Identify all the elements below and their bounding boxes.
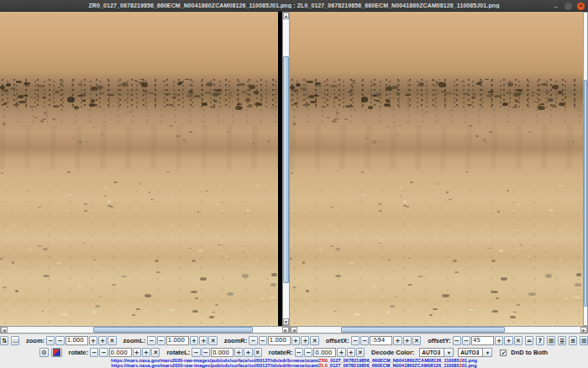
rotateL-reset-button[interactable]: ✕ bbox=[254, 348, 262, 357]
dnd-to-both-checkbox[interactable]: ✓ bbox=[500, 350, 507, 356]
zoomR-decrease-fast-button[interactable]: − bbox=[249, 336, 257, 345]
offsetY-reset-button[interactable]: ✕ bbox=[514, 336, 522, 345]
rotateL-decrease-button[interactable]: − bbox=[202, 348, 210, 357]
offsetY-label: offsetY: bbox=[428, 337, 450, 344]
rotate-decrease-button[interactable]: − bbox=[99, 348, 108, 357]
mars-terrain-image-left bbox=[0, 12, 278, 326]
rotate-decrease-fast-button[interactable]: − bbox=[90, 348, 98, 357]
rotateR-decrease-fast-button[interactable]: − bbox=[295, 348, 303, 357]
close-button[interactable]: ✕ bbox=[577, 3, 585, 10]
zoomR-decrease-button[interactable]: − bbox=[259, 336, 267, 345]
zoom-input[interactable] bbox=[66, 336, 88, 345]
zoomL-control-group: zoomL: − − + + ✕ bbox=[119, 336, 218, 345]
zoomL-increase-button[interactable]: + bbox=[190, 336, 198, 345]
rotateL-increase-fast-button[interactable]: + bbox=[244, 348, 252, 357]
left-image-panel[interactable] bbox=[0, 12, 278, 326]
zoom-label: zoom: bbox=[26, 337, 45, 344]
window-title: ZR0_0127_0678219856_660ECM_N0041860ZCAM0… bbox=[0, 3, 588, 8]
layout-rows-button[interactable]: ≣ bbox=[558, 336, 566, 345]
right-hscroll-thumb[interactable] bbox=[341, 327, 505, 333]
offsetY-input[interactable] bbox=[471, 336, 494, 345]
scroll-left-icon[interactable]: ◄ bbox=[291, 327, 297, 333]
maximize-button[interactable] bbox=[564, 3, 572, 10]
zoomL-decrease-fast-button[interactable]: − bbox=[147, 336, 155, 345]
offsetX-increase-fast-button[interactable]: + bbox=[403, 336, 412, 345]
fit-view-button[interactable]: ▭ bbox=[11, 336, 19, 345]
rotate-input[interactable] bbox=[109, 348, 132, 357]
rotateR-reset-button[interactable]: ✕ bbox=[356, 348, 365, 357]
stereo-viewer: ▲ ▼ ◄ ► ◄ ► bbox=[0, 12, 588, 334]
swap-views-button[interactable]: ⇅ bbox=[0, 336, 8, 345]
rotateR-input[interactable] bbox=[313, 348, 336, 357]
rotateR-increase-button[interactable]: + bbox=[337, 348, 345, 357]
zoom-increase-fast-button[interactable]: + bbox=[98, 336, 107, 345]
right-vscroll-thumb[interactable] bbox=[584, 80, 587, 307]
decode-color-left-select[interactable]: AUTO3 ▼ bbox=[419, 348, 454, 357]
offsetX-reset-button[interactable]: ✕ bbox=[412, 336, 421, 345]
filename-highlight: ZL0 bbox=[319, 363, 328, 368]
scroll-down-icon[interactable]: ▼ bbox=[283, 318, 289, 325]
scroll-left-icon[interactable]: ◄ bbox=[1, 327, 8, 333]
offsetX-decrease-button[interactable]: − bbox=[360, 336, 369, 345]
offsetY-decrease-button[interactable]: − bbox=[462, 336, 470, 345]
right-image-panel[interactable] bbox=[290, 12, 583, 326]
rotateL-increase-button[interactable]: + bbox=[234, 348, 243, 357]
rotate-control-group: rotate: − − + + ✕ bbox=[65, 348, 160, 357]
scroll-right-icon[interactable]: ► bbox=[580, 327, 587, 333]
zoom-reset-button[interactable]: ✕ bbox=[108, 336, 116, 345]
zoom-decrease-fast-button[interactable]: − bbox=[46, 336, 55, 345]
offsetY-increase-button[interactable]: + bbox=[495, 336, 503, 345]
left-vertical-scrollbar[interactable]: ▲ ▼ bbox=[282, 12, 290, 326]
decode-color-label: Decode Color: bbox=[371, 349, 414, 356]
zoom-control-group: zoom: − − + + ✕ bbox=[22, 336, 117, 345]
zoom-increase-button[interactable]: + bbox=[89, 336, 97, 345]
rotateR-control-group: rotateR: − − + + ✕ bbox=[265, 348, 365, 357]
offsetY-decrease-fast-button[interactable]: − bbox=[453, 336, 461, 345]
left-horizontal-scrollbar[interactable]: ◄ ► bbox=[0, 326, 290, 334]
right-vertical-scrollbar[interactable] bbox=[583, 12, 588, 326]
offsetY-control-group: offsetY: − − + + ✕ bbox=[423, 336, 522, 345]
decode-color-right-value: AUTO3 bbox=[458, 348, 483, 357]
zoomL-reset-button[interactable]: ✕ bbox=[208, 336, 217, 345]
link-left-eye-url[interactable]: https://mars.nasa.gov/mars2020-raw-image… bbox=[111, 364, 476, 368]
left-vscroll-thumb[interactable] bbox=[283, 56, 289, 283]
offsetX-increase-button[interactable]: + bbox=[393, 336, 402, 345]
color-mode-icon[interactable] bbox=[51, 348, 62, 357]
scroll-up-icon[interactable]: ▲ bbox=[283, 13, 289, 19]
rotate-increase-button[interactable]: + bbox=[133, 348, 141, 357]
offsetX-input[interactable] bbox=[370, 336, 392, 345]
source-links: https://mars.nasa.gov/mars2020-raw-image… bbox=[0, 359, 588, 368]
zoomR-increase-fast-button[interactable]: + bbox=[301, 336, 309, 345]
rotate-reset-button[interactable]: ✕ bbox=[151, 348, 160, 357]
layout-list-button[interactable]: ≡ bbox=[569, 336, 577, 345]
zoomR-input[interactable] bbox=[268, 336, 291, 345]
rotateR-decrease-button[interactable]: − bbox=[304, 348, 312, 357]
zoomR-increase-button[interactable]: + bbox=[291, 336, 300, 345]
left-hscroll-thumb[interactable] bbox=[93, 327, 253, 333]
decode-color-right-select[interactable]: AUTO3 ▼ bbox=[458, 348, 492, 357]
chevron-down-icon[interactable]: ▼ bbox=[483, 348, 492, 357]
help-button[interactable]: ? bbox=[536, 336, 544, 345]
zoomL-decrease-button[interactable]: − bbox=[157, 336, 165, 345]
mars-terrain-image-right bbox=[290, 12, 583, 326]
offsetY-increase-fast-button[interactable]: + bbox=[504, 336, 512, 345]
dnd-to-both-label: DnD to Both bbox=[511, 349, 548, 356]
scroll-right-icon[interactable]: ► bbox=[282, 327, 289, 333]
minimize-button[interactable]: – bbox=[552, 3, 559, 10]
zoomL-increase-fast-button[interactable]: + bbox=[199, 336, 207, 345]
zoomR-reset-button[interactable]: ✕ bbox=[310, 336, 318, 345]
align-button[interactable]: = bbox=[525, 336, 533, 345]
chevron-down-icon[interactable]: ▼ bbox=[444, 348, 454, 357]
rotateR-increase-fast-button[interactable]: + bbox=[347, 348, 355, 357]
layout-grid-button[interactable]: ⊞ bbox=[547, 336, 555, 345]
rotateL-decrease-fast-button[interactable]: − bbox=[192, 348, 200, 357]
rotate-increase-fast-button[interactable]: + bbox=[142, 348, 150, 357]
zoom-decrease-button[interactable]: − bbox=[55, 336, 64, 345]
gear-icon[interactable]: ⚙ bbox=[39, 348, 49, 357]
offsetX-decrease-fast-button[interactable]: − bbox=[351, 336, 360, 345]
rotateL-input[interactable] bbox=[211, 348, 234, 357]
zoomL-input[interactable] bbox=[166, 336, 189, 345]
right-horizontal-scrollbar[interactable]: ◄ ► bbox=[290, 326, 588, 334]
rotateL-control-group: rotateL: − − + + ✕ bbox=[162, 348, 261, 357]
layout-tiles-button[interactable]: ⊞ bbox=[580, 336, 588, 345]
